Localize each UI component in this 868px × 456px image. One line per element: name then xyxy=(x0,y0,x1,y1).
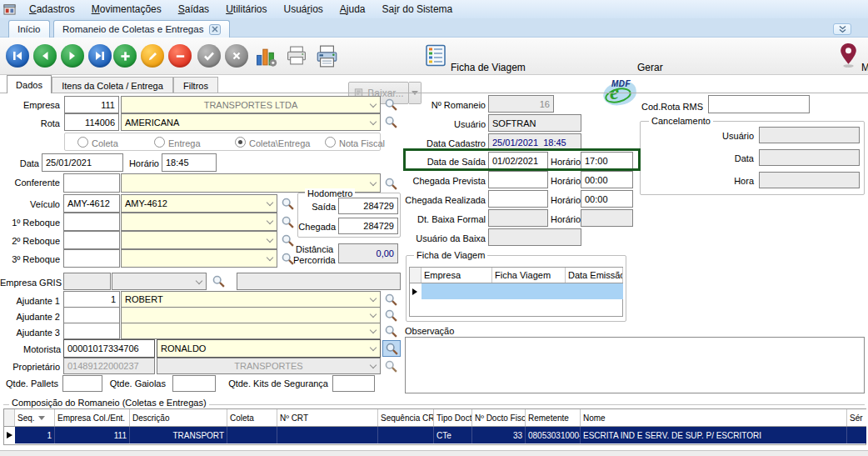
ajudante1-search-icon[interactable] xyxy=(383,292,399,308)
reboque2-search-icon[interactable] xyxy=(280,233,296,248)
reboque1-combo[interactable] xyxy=(121,213,277,231)
grid-col-crt[interactable]: Nº CRT xyxy=(277,409,378,426)
observacao-textarea[interactable] xyxy=(405,337,865,393)
grid-col-seq[interactable]: Seq. xyxy=(15,409,55,426)
edit-record-button[interactable] xyxy=(141,44,164,68)
reboque2-code-field[interactable] xyxy=(63,231,120,249)
ficha-col-empresa[interactable]: Empresa xyxy=(422,268,492,283)
print-color-icon[interactable] xyxy=(315,45,339,68)
delete-record-button[interactable] xyxy=(168,44,192,68)
radio-coleta[interactable] xyxy=(77,137,88,148)
data-saida-horario-field[interactable]: 17:00 xyxy=(581,152,633,169)
cod-rota-rms-field[interactable] xyxy=(708,95,810,113)
motorista-code-field[interactable]: 00001017334706 xyxy=(63,339,155,358)
next-record-button[interactable] xyxy=(61,44,84,68)
chegada-realizada-horario-field[interactable]: 00:00 xyxy=(581,190,633,208)
proprietario-search-icon[interactable] xyxy=(383,358,399,374)
menu-item-cadastros[interactable]: Cadastros xyxy=(21,3,83,15)
qtde-pallets-field[interactable] xyxy=(62,375,102,392)
ficha-col-ficha-viagem[interactable]: Ficha Viagem xyxy=(492,268,566,283)
grid-cell-serie[interactable] xyxy=(847,427,866,443)
radio-entrega[interactable] xyxy=(154,137,165,148)
grid-col-serie[interactable]: Sér xyxy=(847,409,866,426)
menu-item-movimentacoes[interactable]: Movimentações xyxy=(83,3,170,15)
grid-col-tipo-docto[interactable]: Tipo Docto xyxy=(434,409,472,426)
data-field[interactable]: 25/01/2021 xyxy=(42,153,123,172)
grid-cell-seq-crt[interactable] xyxy=(378,427,434,443)
reboque2-combo[interactable] xyxy=(121,231,277,249)
empresa-search-icon[interactable] xyxy=(383,97,399,113)
ficha-viagem-toolbar-label[interactable]: Ficha de Viagem xyxy=(451,62,526,73)
grid-col-nome[interactable]: Nome xyxy=(581,409,847,426)
radio-coleta-entrega[interactable] xyxy=(235,137,246,148)
grid-col-descricao[interactable]: Descrição xyxy=(130,409,227,426)
ajudante3-search-icon[interactable] xyxy=(383,323,399,339)
print-icon[interactable] xyxy=(286,45,307,66)
tab-romaneio[interactable]: Romaneio de Coletas e Entregas xyxy=(53,20,230,38)
tab-itens-coleta-entrega[interactable]: Itens da Coleta / Entrega xyxy=(52,77,173,93)
grid-cell-descricao[interactable]: TRANSPORT xyxy=(130,427,227,443)
menu-item-sair[interactable]: Sair do Sistema xyxy=(374,3,461,15)
ajudante1-combo[interactable]: ROBERT xyxy=(121,291,381,308)
gerar-label[interactable]: Gerar xyxy=(637,62,663,73)
grid-cell-empresa[interactable]: 111 xyxy=(55,427,130,443)
ajudante2-combo[interactable] xyxy=(121,307,381,323)
first-record-button[interactable] xyxy=(6,44,29,68)
grid-cell-coleta[interactable] xyxy=(227,427,277,443)
grid-cell-seq[interactable]: 1 xyxy=(15,427,55,443)
mdfe-icon[interactable]: e MDF xyxy=(601,78,640,108)
grid-col-empresa[interactable]: Empresa Col./Ent. xyxy=(55,409,130,426)
empresa-gris-search-icon[interactable] xyxy=(211,273,227,289)
conferente-search-icon[interactable] xyxy=(383,176,399,192)
rota-search-icon[interactable] xyxy=(383,114,399,130)
veiculo-combo[interactable]: AMY-4612 xyxy=(121,194,277,213)
ajudante1-code-field[interactable]: 1 xyxy=(63,291,120,308)
add-record-button[interactable] xyxy=(113,44,137,68)
confirm-button[interactable] xyxy=(197,44,221,68)
grid-cell-crt[interactable] xyxy=(277,427,378,443)
ajudante2-search-icon[interactable] xyxy=(383,308,399,323)
hodometro-saida-field[interactable]: 284729 xyxy=(338,198,398,214)
ficha-viagem-icon[interactable] xyxy=(426,44,446,67)
menu-item-utilitarios[interactable]: Utilitários xyxy=(217,3,275,15)
motorista-search-icon[interactable] xyxy=(382,340,401,357)
ficha-col-data-emissao[interactable]: Data Emissão xyxy=(566,268,623,283)
hodometro-chegada-field[interactable]: 284729 xyxy=(338,218,398,234)
qtde-kits-field[interactable] xyxy=(332,375,375,392)
ficha-row-cell[interactable] xyxy=(566,283,623,299)
menu-item-saidas[interactable]: Saídas xyxy=(170,3,217,15)
radio-nota-fiscal[interactable] xyxy=(325,137,336,148)
rota-code-field[interactable]: 114006 xyxy=(64,113,119,131)
tab-inicio[interactable]: Início xyxy=(8,20,50,38)
grid-cell-num-docto[interactable]: 33 xyxy=(472,427,526,443)
chart-settings-icon[interactable] xyxy=(255,45,278,68)
menu-item-ajuda[interactable]: Ajuda xyxy=(332,3,374,15)
tab-dados[interactable]: Dados xyxy=(7,75,52,93)
menu-item-usuarios[interactable]: Usuários xyxy=(275,3,331,15)
ajudante2-code-field[interactable] xyxy=(63,307,120,323)
veiculo-search-icon[interactable] xyxy=(280,196,296,212)
last-record-button[interactable] xyxy=(88,44,112,68)
ajudante3-code-field[interactable] xyxy=(63,323,120,339)
grid-cell-nome[interactable]: ESCRITA IND E SERV. DE SUP. P/ ESCRITORI xyxy=(581,427,847,443)
cancel-button[interactable] xyxy=(225,44,248,68)
reboque3-search-icon[interactable] xyxy=(280,251,296,267)
qtde-gaiolas-field[interactable] xyxy=(172,375,216,392)
reboque3-code-field[interactable] xyxy=(63,249,120,268)
map-pin-icon[interactable] xyxy=(840,43,857,68)
bottom-scrollbar-strip[interactable] xyxy=(0,450,868,456)
conferente-code-field[interactable] xyxy=(63,173,120,193)
horario-field[interactable]: 18:45 xyxy=(162,153,217,172)
grid-col-remetente[interactable]: Remetente xyxy=(526,409,581,426)
veiculo-code-field[interactable]: AMY-4612 xyxy=(63,194,120,213)
chegada-prevista-field[interactable] xyxy=(488,171,548,188)
reboque1-code-field[interactable] xyxy=(63,213,120,231)
motorista-combo[interactable]: RONALDO xyxy=(157,339,381,358)
chegada-prevista-horario-field[interactable]: 00:00 xyxy=(581,171,633,188)
data-saida-field[interactable]: 01/02/2021 xyxy=(488,152,548,169)
reboque1-search-icon[interactable] xyxy=(280,214,296,230)
grid-col-seq-crt[interactable]: Sequência CRT xyxy=(378,409,434,426)
ficha-row-cell[interactable] xyxy=(422,283,492,299)
chegada-realizada-field[interactable] xyxy=(488,190,548,208)
ficha-row-cell[interactable] xyxy=(492,283,566,299)
